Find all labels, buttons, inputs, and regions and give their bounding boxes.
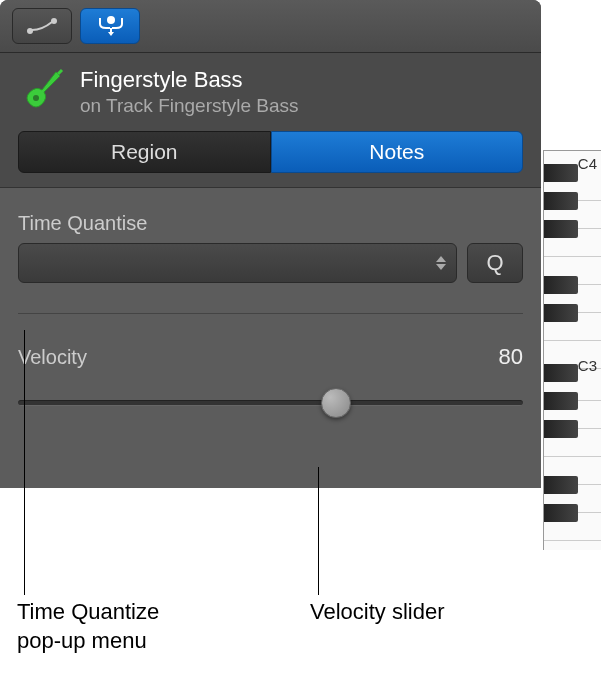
toolbar <box>0 0 541 53</box>
piano-label-c3: C3 <box>578 357 597 374</box>
midi-merge-button[interactable] <box>80 8 140 44</box>
inspector-content: Time Quantise Q Velocity 80 <box>0 187 541 488</box>
quantise-label: Time Quantise <box>18 212 523 235</box>
time-quantise-popup[interactable] <box>18 243 457 283</box>
automation-curve-button[interactable] <box>12 8 72 44</box>
stepper-arrows-icon <box>436 256 446 270</box>
callout-quantise: Time Quantize pop-up menu <box>17 598 159 655</box>
piano-key[interactable] <box>544 429 601 457</box>
guitar-icon <box>18 68 66 116</box>
velocity-label: Velocity <box>18 346 87 369</box>
merge-icon <box>94 14 126 38</box>
velocity-value[interactable]: 80 <box>499 344 523 370</box>
slider-thumb[interactable] <box>321 388 351 418</box>
callout-line <box>24 330 25 595</box>
region-title: Fingerstyle Bass <box>80 67 299 93</box>
region-header: Fingerstyle Bass on Track Fingerstyle Ba… <box>0 53 541 131</box>
tab-bar: Region Notes <box>0 131 541 187</box>
tab-notes[interactable]: Notes <box>271 131 524 173</box>
svg-point-2 <box>107 16 115 24</box>
quantise-apply-button[interactable]: Q <box>467 243 523 283</box>
svg-point-0 <box>27 28 33 34</box>
callout-velocity: Velocity slider <box>310 598 445 627</box>
piano-key[interactable] <box>544 313 601 341</box>
piano-ruler[interactable]: C4 C3 <box>543 150 601 550</box>
piano-label-c4: C4 <box>578 155 597 172</box>
tab-region[interactable]: Region <box>18 131 271 173</box>
inspector-panel: Fingerstyle Bass on Track Fingerstyle Ba… <box>0 0 541 488</box>
curve-icon <box>26 17 58 35</box>
piano-key[interactable] <box>544 513 601 541</box>
velocity-slider[interactable] <box>18 388 523 418</box>
slider-track <box>18 400 523 406</box>
callout-line <box>318 467 319 595</box>
region-subtitle: on Track Fingerstyle Bass <box>80 95 299 117</box>
svg-point-4 <box>33 95 39 101</box>
svg-line-5 <box>58 70 62 74</box>
piano-key[interactable] <box>544 229 601 257</box>
